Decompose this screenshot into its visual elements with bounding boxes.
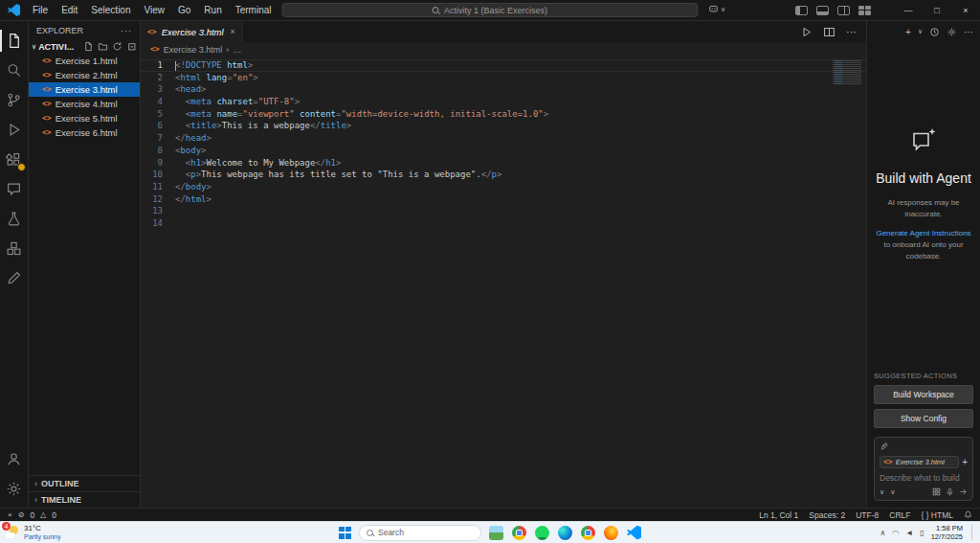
new-chat-icon[interactable]: + [905,27,911,37]
code-line[interactable]: 6 <title>This is a webpage</title> [141,120,866,132]
remote-indicator-icon[interactable]: × [8,510,12,519]
action-build-workspace-button[interactable]: Build Workspace [874,385,973,404]
code-line[interactable]: 1<!DOCTYPE html> [141,59,866,72]
tab-close-icon[interactable]: × [231,27,235,36]
weather-widget[interactable]: 4 31°C Partly sunny [0,524,61,540]
new-file-icon[interactable] [83,41,94,52]
volume-icon[interactable]: ◄ [905,529,913,537]
code-line[interactable]: 5 <meta name="viewport" content="width=d… [141,108,866,121]
status-item[interactable]: { } HTML [921,510,953,520]
code-line[interactable]: 9 <h1>Welcome to My Webpage</h1> [141,157,866,170]
explorer-more-icon[interactable]: ··· [121,26,132,35]
status-item[interactable]: Spaces: 2 [809,510,845,520]
new-folder-icon[interactable] [98,41,108,52]
menu-terminal[interactable]: Terminal [229,2,278,18]
attach-context-icon[interactable] [880,441,889,451]
refresh-icon[interactable] [112,41,122,52]
collapse-all-icon[interactable] [126,41,137,52]
code-line[interactable]: 8<body> [141,145,866,157]
activity-run-debug[interactable] [0,115,29,145]
taskbar-firefox-icon[interactable] [604,526,618,540]
file-item[interactable]: <>Exercise 1.html [29,54,140,68]
menu-run[interactable]: Run [197,2,228,18]
taskbar-photos-icon[interactable] [489,526,503,540]
minimize-button[interactable]: — [894,0,923,20]
status-item[interactable]: Ln 1, Col 1 [759,510,798,520]
code-line[interactable]: 13 [141,205,866,217]
history-icon[interactable] [929,27,940,37]
start-button[interactable] [339,527,351,539]
activity-containers[interactable] [0,234,29,263]
wifi-icon[interactable]: ◠ [892,529,899,537]
copilot-dropdown[interactable]: ∨ [708,4,725,14]
context-chip[interactable]: <> Exercise 3.html [880,456,959,468]
code-line[interactable]: 10 <p>This webpage has its title set to … [141,169,866,181]
maximize-button[interactable]: □ [923,0,951,20]
activity-search[interactable] [0,56,29,85]
tab-exercise-3[interactable]: <> Exercise 3.html × [141,21,243,42]
code-line[interactable]: 2<html lang="en"> [141,72,866,84]
chevron-down-icon[interactable]: ∨ [918,28,923,35]
code-line[interactable]: 12</html> [141,193,866,206]
voice-icon[interactable] [946,487,954,496]
add-context-icon[interactable]: + [962,457,968,467]
status-item[interactable]: CRLF [889,510,910,520]
run-file-icon[interactable] [800,26,813,38]
command-center-search[interactable]: Activity 1 (Basic Exercises) [282,3,699,17]
activity-source-control[interactable] [0,85,29,115]
code-line[interactable]: 3<head> [141,83,866,96]
taskbar-vscode-icon[interactable] [627,526,641,540]
mode-picker-chevron-icon[interactable]: ∨ [880,488,884,496]
send-icon[interactable] [959,487,968,496]
problems-indicator[interactable]: × ⊘ 0 △ 0 [8,510,56,520]
battery-icon[interactable]: ▯ [920,529,924,537]
toggle-secondary-sidebar-icon[interactable] [837,6,850,15]
show-desktop-button[interactable] [971,525,974,540]
menu-selection[interactable]: Selection [84,2,137,18]
code-line[interactable]: 7</head> [141,132,866,145]
code-line[interactable]: 14 [141,217,866,230]
folder-root[interactable]: ∨ ACTIVI... [29,39,140,54]
customize-layout-icon[interactable] [858,6,871,15]
activity-chat[interactable] [0,174,29,204]
toggle-sidebar-icon[interactable] [795,6,808,15]
section-timeline[interactable]: ›TIMELINE [29,491,140,508]
clock[interactable]: 1:58 PM 12/7/2025 [931,524,963,541]
accounts-button[interactable] [0,444,29,474]
tools-icon[interactable] [932,487,941,496]
code-line[interactable]: 4 <meta charset="UTF-8"> [141,96,866,108]
notifications-bell-icon[interactable] [964,510,972,519]
taskbar-chrome-icon[interactable] [512,526,526,540]
gear-icon[interactable] [947,27,957,37]
split-editor-icon[interactable] [823,26,835,38]
file-item[interactable]: <>Exercise 3.html [29,82,140,97]
taskbar-chrome-2-icon[interactable] [581,526,595,540]
chat-input-box[interactable]: <> Exercise 3.html + Describe what to bu… [874,437,973,501]
menu-edit[interactable]: Edit [55,2,84,18]
menu-go[interactable]: Go [171,2,197,18]
menu-view[interactable]: View [138,2,172,18]
settings-button[interactable] [0,474,29,504]
taskbar-search[interactable]: Search [359,525,481,541]
code-line[interactable]: 11</body> [141,181,866,193]
toggle-panel-icon[interactable] [816,6,829,15]
activity-testing[interactable] [0,204,29,234]
menu-file[interactable]: File [26,2,55,18]
breadcrumb[interactable]: <> Exercise 3.html › … [141,42,866,57]
chat-more-icon[interactable]: ··· [964,27,973,37]
file-item[interactable]: <>Exercise 5.html [29,111,140,125]
model-picker-chevron-icon[interactable]: ∨ [890,488,895,496]
minimap[interactable] [833,60,861,85]
editor-more-icon[interactable]: ··· [846,26,857,37]
taskbar-spotify-icon[interactable] [535,526,549,540]
activity-extensions[interactable] [0,145,29,174]
status-item[interactable]: UTF-8 [856,510,879,520]
file-item[interactable]: <>Exercise 6.html [29,125,140,140]
tray-chevron-up-icon[interactable]: ∧ [880,529,885,537]
action-show-config-button[interactable]: Show Config [874,409,973,428]
file-item[interactable]: <>Exercise 2.html [29,68,140,82]
section-outline[interactable]: ›OUTLINE [29,475,140,491]
taskbar-edge-icon[interactable] [558,526,572,540]
file-item[interactable]: <>Exercise 4.html [29,97,140,111]
activity-edit-session[interactable] [0,263,29,293]
